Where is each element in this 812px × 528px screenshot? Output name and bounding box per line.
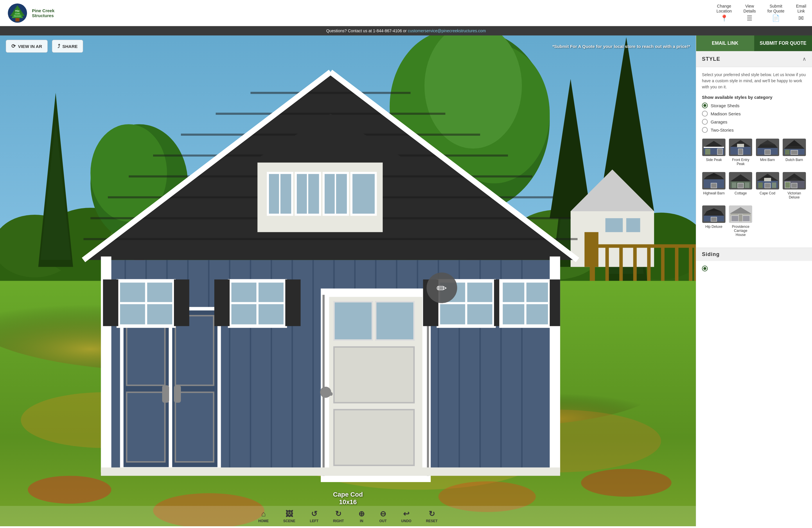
nav-email-link[interactable]: EmailLink ✉: [796, 4, 806, 23]
svg-marker-158: [784, 146, 804, 149]
nav-submit-quote[interactable]: Submitfor Quote 📄: [768, 4, 784, 23]
style-title: STYLE: [702, 56, 720, 62]
svg-rect-190: [743, 216, 750, 222]
svg-marker-185: [707, 208, 721, 211]
shed-option-cottage[interactable]: Cottage: [729, 172, 753, 200]
svg-marker-184: [704, 211, 724, 216]
shed-option-front-entry-peak[interactable]: Front Entry Peak: [729, 139, 753, 166]
control-home[interactable]: ⌂ HOME: [258, 510, 269, 523]
providence-carriage-house-thumb: [729, 205, 752, 223]
hip-deluxe-label: Hip Deluxe: [706, 225, 723, 229]
shed-label: Cape Cod 10x16: [333, 491, 363, 506]
mini-barn-thumb: [756, 139, 779, 156]
style-content: Select your preferred shed style below. …: [696, 67, 812, 247]
svg-rect-140: [101, 468, 560, 476]
home-icon: ⌂: [261, 510, 266, 518]
svg-rect-125: [334, 347, 414, 403]
nav-change-location[interactable]: ChangeLocation 📍: [716, 4, 732, 23]
siding-section-header[interactable]: Siding: [696, 247, 812, 261]
svg-rect-126: [334, 410, 414, 466]
share-button[interactable]: ⤴ SHARE: [52, 40, 83, 53]
location-icon: 📍: [720, 15, 728, 22]
zoom-in-icon: ⊕: [358, 510, 365, 518]
control-zoom-out[interactable]: ⊖ OUT: [379, 510, 387, 523]
viewer-toolbar: ⟳ VIEW IN AR ⤴ SHARE *Submit For A Quote…: [0, 35, 696, 57]
svg-rect-119: [214, 280, 230, 326]
cape-cod-thumb: [756, 172, 779, 189]
dutch-barn-thumb: [783, 139, 806, 156]
control-right[interactable]: ↻ RIGHT: [333, 510, 344, 523]
control-reset[interactable]: ↻ RESET: [426, 510, 438, 523]
chevron-up-icon: ∧: [802, 56, 806, 62]
svg-rect-186: [711, 217, 717, 222]
radio-storage-sheds[interactable]: Storage Sheds: [702, 103, 806, 109]
svg-text:Creek: Creek: [15, 13, 20, 15]
radio-madison-series[interactable]: Madison Series: [702, 111, 806, 116]
hip-deluxe-thumb: [702, 205, 725, 223]
logo-area: Pine Creek Structures Pine Creek Structu…: [6, 3, 55, 23]
svg-rect-161: [785, 149, 789, 155]
style-section-header[interactable]: STYLE ∧: [696, 51, 812, 67]
svg-text:Structures: Structures: [14, 15, 21, 17]
svg-rect-191: [739, 214, 743, 222]
shed-option-cape-cod[interactable]: Cape Cod: [756, 172, 780, 200]
logo-text: Pine Creek Structures: [32, 8, 55, 18]
control-undo[interactable]: ↩ UNDO: [401, 510, 411, 523]
viewer-controls: ⌂ HOME 🖼 SCENE ↺ LEFT ↻ RIGHT ⊕ IN ⊖ OUT: [0, 506, 696, 526]
right-panel: EMAIL LINK SUBMIT FOR QUOTE STYLE ∧ Sele…: [696, 35, 812, 526]
submit-info-text: *Submit For A Quote for your local store…: [552, 44, 690, 49]
svg-marker-154: [757, 144, 778, 148]
category-label: Show available styles by category: [702, 95, 806, 100]
svg-point-58: [581, 469, 671, 497]
svg-rect-109: [162, 385, 169, 403]
svg-rect-177: [765, 183, 770, 188]
svg-rect-123: [334, 302, 372, 340]
providence-carriage-house-label: Providence Carriage House: [729, 225, 753, 237]
svg-rect-139: [550, 280, 560, 326]
svg-text:✏: ✏: [436, 281, 447, 295]
view-ar-button[interactable]: ⟳ VIEW IN AR: [6, 40, 48, 53]
nav-view-details[interactable]: ViewDetails ☰: [743, 4, 756, 23]
victorian-deluxe-label: Victorian Deluxe: [782, 191, 806, 200]
svg-rect-3: [15, 18, 19, 22]
control-scene[interactable]: 🖼 SCENE: [283, 510, 295, 523]
radio-madison-series-indicator: [702, 111, 708, 116]
shed-option-side-peak[interactable]: Side Peak: [702, 139, 726, 166]
svg-marker-167: [730, 174, 751, 181]
svg-rect-145: [705, 149, 710, 155]
mini-barn-label: Mini Barn: [760, 158, 775, 162]
control-left[interactable]: ↺ LEFT: [310, 510, 319, 523]
svg-rect-114: [103, 280, 118, 326]
submit-for-quote-button[interactable]: SUBMIT FOR QUOTE: [754, 35, 812, 51]
cottage-thumb: [729, 172, 752, 189]
shed-option-highwall-barn[interactable]: Highwall Barn: [702, 172, 726, 200]
svg-rect-152: [738, 149, 743, 155]
background-scene: ✏: [0, 35, 696, 526]
shed-option-mini-barn[interactable]: Mini Barn: [756, 139, 780, 166]
svg-rect-176: [772, 183, 776, 188]
svg-rect-175: [758, 183, 763, 188]
rotate-right-icon: ↻: [335, 510, 342, 518]
radio-garages[interactable]: Garages: [702, 119, 806, 125]
svg-marker-164: [707, 173, 721, 176]
control-zoom-in[interactable]: ⊕ IN: [358, 510, 365, 523]
svg-rect-108: [175, 392, 214, 462]
shed-option-hip-deluxe[interactable]: Hip Deluxe: [702, 205, 726, 237]
svg-marker-188: [730, 207, 751, 214]
contact-email[interactable]: customerservice@pinecreekstructures.com: [408, 28, 486, 33]
shed-option-dutch-barn[interactable]: Dutch Barn: [782, 139, 806, 166]
panel-actions: EMAIL LINK SUBMIT FOR QUOTE: [696, 35, 812, 51]
siding-radio-indicator: [702, 266, 708, 271]
email-link-button[interactable]: EMAIL LINK: [696, 35, 754, 51]
front-entry-peak-thumb: [729, 139, 752, 156]
share-icon: ⤴: [58, 43, 60, 49]
svg-rect-146: [717, 149, 723, 155]
highwall-barn-thumb: [702, 172, 725, 189]
zoom-out-icon: ⊖: [380, 510, 386, 518]
front-entry-peak-label: Front Entry Peak: [729, 158, 753, 166]
shed-option-victorian-deluxe[interactable]: Victorian Deluxe: [782, 172, 806, 200]
list-icon: ☰: [746, 15, 753, 22]
shed-option-providence-carriage-house[interactable]: Providence Carriage House: [729, 205, 753, 237]
svg-rect-182: [785, 182, 790, 188]
radio-two-stories[interactable]: Two-Stories: [702, 127, 806, 133]
